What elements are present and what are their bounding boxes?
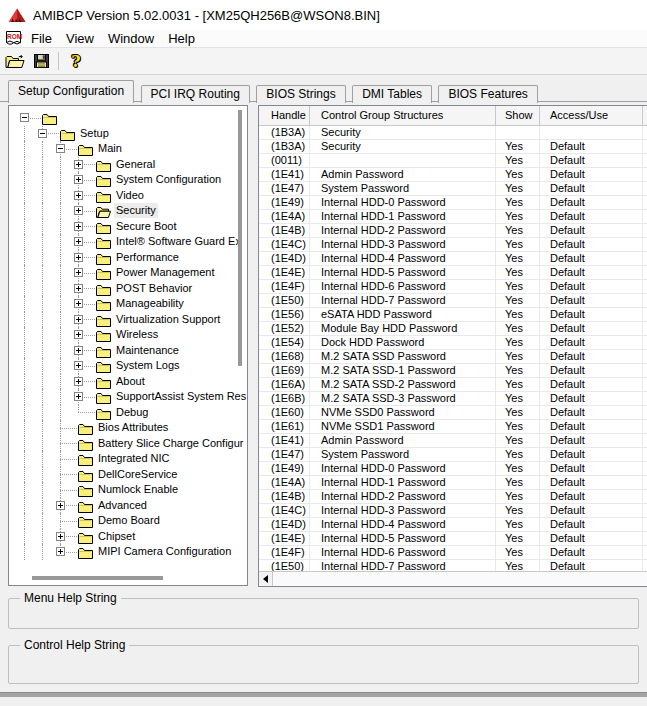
tree-item-virtualization-support[interactable]: Virtualization Support xyxy=(9,312,247,328)
table-row[interactable]: (1E50)Internal HDD-7 PasswordYesDefault xyxy=(259,294,647,308)
tree-item-setup[interactable]: Setup xyxy=(9,126,247,142)
table-row[interactable]: (1E4A)Internal HDD-1 PasswordYesDefault xyxy=(259,210,647,224)
tree-item-root[interactable] xyxy=(9,110,247,126)
collapse-toggle-icon[interactable] xyxy=(38,129,47,138)
expand-toggle-icon[interactable] xyxy=(74,253,83,262)
tree-item-demo-board[interactable]: Demo Board xyxy=(9,513,247,529)
expand-toggle-icon[interactable] xyxy=(56,547,65,556)
tab-bios-features[interactable]: BIOS Features xyxy=(438,85,537,103)
expand-toggle-icon[interactable] xyxy=(74,160,83,169)
table-row[interactable]: (1E52)Module Bay HDD PasswordYesDefault xyxy=(259,322,647,336)
table-row[interactable]: (1E69)M.2 SATA SSD-1 PasswordYesDefault xyxy=(259,364,647,378)
tree-horizontal-scrollbar-thumb[interactable] xyxy=(32,576,163,580)
table-row[interactable]: (0011)YesDefault xyxy=(259,154,647,168)
tree-item-manageability[interactable]: Manageability xyxy=(9,296,247,312)
column-header-control-group-structures[interactable]: Control Group Structures xyxy=(310,106,496,125)
tree-item-integrated-nic[interactable]: Integrated NIC xyxy=(9,451,247,467)
table-row[interactable]: (1E60)NVMe SSD0 PasswordYesDefault xyxy=(259,406,647,420)
table-row[interactable]: (1E4A)Internal HDD-1 PasswordYesDefault xyxy=(259,476,647,490)
rom-document-icon[interactable]: ROM xyxy=(4,30,24,47)
tree-item-supportassist-system-res[interactable]: SupportAssist System Res xyxy=(9,389,247,405)
table-row[interactable]: (1E47)System PasswordYesDefault xyxy=(259,448,647,462)
tree-vertical-scrollbar-thumb[interactable] xyxy=(238,110,242,366)
table-row[interactable]: (1B3A)Security xyxy=(259,126,647,140)
tree-item-chipset[interactable]: Chipset xyxy=(9,529,247,545)
tab-dmi-tables[interactable]: DMI Tables xyxy=(352,85,432,103)
tree-item-performance[interactable]: Performance xyxy=(9,250,247,266)
expand-toggle-icon[interactable] xyxy=(56,532,65,541)
table-row[interactable]: (1E4D)Internal HDD-4 PasswordYesDefault xyxy=(259,252,647,266)
tree-item-video[interactable]: Video xyxy=(9,188,247,204)
tree-item-post-behavior[interactable]: POST Behavior xyxy=(9,281,247,297)
table-row[interactable]: (1E41)Admin PasswordYesDefault xyxy=(259,434,647,448)
tree-item-bios-attributes[interactable]: Bios Attributes xyxy=(9,420,247,436)
table-row[interactable]: (1E41)Admin PasswordYesDefault xyxy=(259,168,647,182)
tree-item-battery-slice-charge-configur[interactable]: Battery Slice Charge Configur xyxy=(9,436,247,452)
expand-toggle-icon[interactable] xyxy=(74,315,83,324)
table-row[interactable]: (1E4B)Internal HDD-2 PasswordYesDefault xyxy=(259,490,647,504)
tab-pci-irq-routing[interactable]: PCI IRQ Routing xyxy=(141,85,250,103)
table-row[interactable]: (1E61)NVMe SSD1 PasswordYesDefault xyxy=(259,420,647,434)
expand-toggle-icon[interactable] xyxy=(74,330,83,339)
column-header-handle[interactable]: Handle xyxy=(259,106,310,125)
table-row[interactable]: (1E4F)Internal HDD-6 PasswordYesDefault xyxy=(259,546,647,560)
tree-item-main[interactable]: Main xyxy=(9,141,247,157)
tree-item-mipi-camera-configuration[interactable]: MIPI Camera Configuration xyxy=(9,544,247,560)
tree-item-security[interactable]: Security xyxy=(9,203,247,219)
expand-toggle-icon[interactable] xyxy=(56,501,65,510)
menu-help[interactable]: Help xyxy=(161,31,202,46)
table-row[interactable]: (1E4E)Internal HDD-5 PasswordYesDefault xyxy=(259,532,647,546)
expand-toggle-icon[interactable] xyxy=(74,346,83,355)
table-row[interactable]: (1E54)Dock HDD PasswordYesDefault xyxy=(259,336,647,350)
expand-toggle-icon[interactable] xyxy=(74,222,83,231)
save-file-button[interactable] xyxy=(28,50,54,73)
collapse-toggle-icon[interactable] xyxy=(20,113,29,122)
expand-toggle-icon[interactable] xyxy=(74,361,83,370)
column-header-access-use[interactable]: Access/Use xyxy=(540,106,643,125)
about-help-button[interactable]: ? xyxy=(63,50,89,73)
table-row[interactable]: (1E4C)Internal HDD-3 PasswordYesDefault xyxy=(259,238,647,252)
table-row[interactable]: (1E49)Internal HDD-0 PasswordYesDefault xyxy=(259,196,647,210)
table-row[interactable]: (1E4B)Internal HDD-2 PasswordYesDefault xyxy=(259,224,647,238)
table-row[interactable]: (1E4F)Internal HDD-6 PasswordYesDefault xyxy=(259,280,647,294)
tree-item-dellcoreservice[interactable]: DellCoreService xyxy=(9,467,247,483)
table-row[interactable]: (1E49)Internal HDD-0 PasswordYesDefault xyxy=(259,462,647,476)
expand-toggle-icon[interactable] xyxy=(74,191,83,200)
tab-setup-configuration[interactable]: Setup Configuration xyxy=(8,80,134,103)
table-row[interactable]: (1E47)System PasswordYesDefault xyxy=(259,182,647,196)
table-row[interactable]: (1E68)M.2 SATA SSD PasswordYesDefault xyxy=(259,350,647,364)
expand-toggle-icon[interactable] xyxy=(74,284,83,293)
menu-window[interactable]: Window xyxy=(101,31,161,46)
expand-toggle-icon[interactable] xyxy=(74,392,83,401)
table-row[interactable]: (1E4D)Internal HDD-4 PasswordYesDefault xyxy=(259,518,647,532)
table-row[interactable]: (1E4E)Internal HDD-5 PasswordYesDefault xyxy=(259,266,647,280)
expand-toggle-icon[interactable] xyxy=(74,237,83,246)
table-row[interactable]: (1E56)eSATA HDD PasswordYesDefault xyxy=(259,308,647,322)
collapse-toggle-icon[interactable] xyxy=(56,144,65,153)
tree-item-wireless[interactable]: Wireless xyxy=(9,327,247,343)
tab-bios-strings[interactable]: BIOS Strings xyxy=(256,85,345,103)
tree-item-about[interactable]: About xyxy=(9,374,247,390)
tree-item-advanced[interactable]: Advanced xyxy=(9,498,247,514)
tree-item-numlock-enable[interactable]: Numlock Enable xyxy=(9,482,247,498)
tree-item-debug[interactable]: Debug xyxy=(9,405,247,421)
expand-toggle-icon[interactable] xyxy=(74,377,83,386)
expand-toggle-icon[interactable] xyxy=(74,206,83,215)
table-scrollbar-track[interactable] xyxy=(273,572,647,586)
tree-item-system-logs[interactable]: System Logs xyxy=(9,358,247,374)
tree-item-power-management[interactable]: Power Management xyxy=(9,265,247,281)
open-file-button[interactable] xyxy=(2,50,28,73)
tree-item-intel-software-guard-ex[interactable]: Intel® Software Guard Ex xyxy=(9,234,247,250)
expand-toggle-icon[interactable] xyxy=(74,268,83,277)
table-row[interactable]: (1E4C)Internal HDD-3 PasswordYesDefault xyxy=(259,504,647,518)
tree-item-secure-boot[interactable]: Secure Boot xyxy=(9,219,247,235)
menu-view[interactable]: View xyxy=(59,31,101,46)
expand-toggle-icon[interactable] xyxy=(74,299,83,308)
expand-toggle-icon[interactable] xyxy=(74,175,83,184)
table-row[interactable]: (1B3A)SecurityYesDefault xyxy=(259,140,647,154)
column-header-show[interactable]: Show xyxy=(496,106,540,125)
tree-item-system-configuration[interactable]: System Configuration xyxy=(9,172,247,188)
table-row[interactable]: (1E6B)M.2 SATA SSD-3 PasswordYesDefault xyxy=(259,392,647,406)
title-bar[interactable]: AMIBCP Version 5.02.0031 - [XM25QH256B@W… xyxy=(0,0,647,30)
scroll-left-arrow-icon[interactable] xyxy=(259,572,273,586)
